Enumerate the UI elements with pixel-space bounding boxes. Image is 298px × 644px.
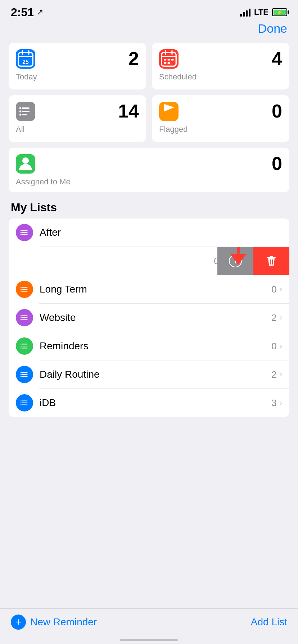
website-name: Website (40, 312, 271, 323)
long-term-name: Long Term (40, 284, 271, 295)
svg-rect-10 (168, 59, 170, 61)
svg-point-46 (21, 319, 22, 320)
svg-point-16 (19, 110, 21, 112)
lists-container: After (9, 218, 289, 417)
swiped-row: day 0 › i (9, 247, 289, 275)
long-term-chevron: › (280, 285, 282, 294)
svg-rect-11 (171, 59, 174, 61)
long-term-count: 0 (271, 284, 276, 295)
battery-bolt-icon: ⚡ (277, 10, 283, 15)
status-bar: 2:51 ↗ LTE ⚡ (0, 0, 298, 22)
summary-grid: 25 2 Today (0, 43, 298, 148)
list-item-long-term[interactable]: Long Term 0 › (9, 275, 289, 303)
home-indicator (120, 639, 178, 641)
svg-rect-31 (270, 256, 273, 257)
list-item-reminders[interactable]: Reminders 0 › (9, 332, 289, 360)
flagged-count: 0 (272, 102, 282, 120)
svg-rect-9 (164, 59, 167, 61)
scheduled-count: 4 (272, 49, 282, 68)
my-lists-header: My Lists (0, 201, 298, 218)
scheduled-card[interactable]: 4 Scheduled (152, 43, 289, 89)
all-card[interactable]: 14 All (9, 95, 146, 142)
flagged-label: Flagged (159, 125, 282, 134)
website-chevron: › (280, 313, 282, 322)
list-item-after[interactable]: After (9, 218, 289, 247)
daily-routine-chevron: › (280, 370, 282, 379)
all-count: 14 (118, 102, 139, 120)
daily-routine-icon (16, 366, 33, 383)
website-count-area: 2 › (271, 312, 282, 323)
after-list-icon (16, 224, 33, 241)
idb-icon (16, 394, 33, 411)
reminders-count: 0 (271, 341, 276, 352)
after-list-name: After (40, 227, 282, 238)
svg-point-58 (21, 376, 22, 377)
signal-icon (240, 8, 250, 17)
assigned-left: Assigned to Me (16, 154, 71, 187)
daily-routine-count-area: 2 › (271, 369, 282, 380)
list-item-daily-routine[interactable]: Daily Routine 2 › (9, 360, 289, 388)
all-label: All (16, 125, 139, 134)
battery-icon: ⚡ (272, 8, 287, 16)
svg-point-22 (21, 230, 22, 231)
website-icon (16, 309, 33, 326)
all-icon (16, 102, 35, 121)
scheduled-icon (159, 49, 179, 69)
delete-arrow-annotation (230, 247, 246, 265)
idb-count-area: 3 › (271, 397, 282, 409)
svg-point-18 (22, 157, 29, 164)
long-term-icon (16, 281, 33, 298)
svg-point-64 (21, 404, 22, 405)
swiped-list-name: day (9, 255, 214, 267)
status-time: 2:51 (11, 6, 34, 19)
svg-rect-12 (164, 62, 167, 64)
today-label: Today (16, 72, 139, 82)
reminders-chevron: › (280, 341, 282, 351)
swipe-delete-button[interactable] (253, 247, 289, 275)
svg-point-63 (21, 402, 22, 404)
reminders-count-area: 0 › (271, 341, 282, 352)
svg-point-52 (21, 348, 22, 349)
list-item-idb[interactable]: iDB 3 › (9, 389, 289, 417)
svg-point-39 (21, 289, 22, 290)
add-list-button[interactable]: Add List (251, 616, 287, 628)
svg-point-15 (19, 107, 21, 109)
daily-routine-name: Daily Routine (40, 369, 271, 380)
svg-point-38 (21, 287, 22, 288)
assigned-label: Assigned to Me (16, 177, 71, 187)
svg-text:25: 25 (22, 59, 29, 65)
today-card[interactable]: 25 2 Today (9, 43, 146, 89)
new-reminder-button[interactable]: + New Reminder (11, 615, 97, 630)
today-count: 2 (128, 49, 139, 68)
idb-chevron: › (280, 398, 282, 408)
svg-point-44 (21, 315, 22, 316)
swiped-list-content: day 0 › (9, 247, 232, 275)
svg-point-17 (19, 114, 21, 115)
svg-point-57 (21, 374, 22, 375)
scheduled-label: Scheduled (159, 72, 282, 82)
today-icon: 25 (16, 49, 35, 69)
lte-label: LTE (254, 8, 268, 17)
idb-count: 3 (271, 397, 276, 409)
svg-point-24 (21, 234, 22, 235)
flagged-icon (159, 102, 179, 121)
flagged-card[interactable]: 0 Flagged (152, 95, 289, 142)
website-count: 2 (271, 312, 276, 323)
list-item-website[interactable]: Website 2 › (9, 304, 289, 332)
svg-point-62 (21, 400, 22, 401)
done-button[interactable]: Done (258, 22, 287, 36)
reminders-icon (16, 337, 33, 355)
my-lists-title: My Lists (11, 201, 57, 214)
trash-icon (265, 254, 278, 267)
svg-point-40 (21, 291, 22, 292)
swipe-actions: i (217, 247, 289, 275)
assigned-count: 0 (272, 154, 282, 173)
assigned-icon (16, 154, 35, 174)
header-area: Done (0, 22, 298, 43)
assigned-card[interactable]: Assigned to Me 0 (9, 148, 289, 192)
location-arrow-icon: ↗ (37, 8, 43, 17)
svg-rect-13 (168, 62, 170, 64)
svg-point-50 (21, 344, 22, 345)
reminders-name: Reminders (40, 340, 271, 352)
new-reminder-plus-icon: + (11, 615, 26, 630)
